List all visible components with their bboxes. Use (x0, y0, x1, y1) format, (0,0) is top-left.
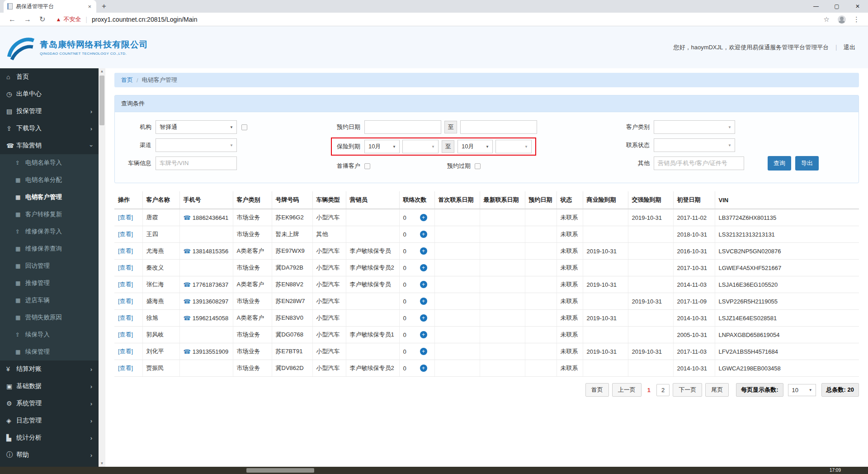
view-link[interactable]: [查看] (118, 231, 133, 237)
page-size-select[interactable]: 10 ▼ (788, 384, 816, 396)
sidebar-item[interactable]: ▦电销名单分配 (0, 171, 99, 189)
window-maximize-button[interactable]: ▢ (826, 0, 847, 13)
appoint-expired-label: 预约过期 (447, 162, 475, 170)
appoint-expired-checkbox[interactable] (475, 163, 481, 169)
grid-icon: ▦ (15, 194, 25, 200)
scroll-down-icon[interactable]: ▼ (100, 460, 104, 467)
sidebar-item[interactable]: ▦回访管理 (0, 257, 99, 275)
page-number-button[interactable]: 2 (656, 384, 670, 396)
add-contact-icon[interactable]: + (420, 231, 427, 238)
last-page-button[interactable]: 尾页 (705, 383, 729, 397)
add-contact-icon[interactable]: + (420, 348, 427, 355)
vehicle-info-input[interactable]: 车牌号/VIN (156, 156, 237, 170)
insurance-month-from-select[interactable]: 10月 ▼ (364, 140, 400, 153)
url-text[interactable]: proxy1.countnet.cn:20815/Login/Main (92, 16, 198, 23)
insurance-month-to-select[interactable]: 10月 ▼ (458, 140, 493, 153)
other-input[interactable]: 营销员/手机号/客户/证件号 (654, 156, 744, 170)
customer-type-select[interactable]: ▼ (654, 120, 735, 134)
cell-customer-type: 市场业务 (233, 226, 272, 243)
back-icon[interactable]: ← (9, 15, 16, 24)
view-link[interactable]: [查看] (118, 348, 133, 355)
view-link[interactable]: [查看] (118, 247, 133, 254)
export-button[interactable]: 导出 (795, 156, 819, 171)
view-link[interactable]: [查看] (118, 314, 133, 321)
channel-select[interactable]: ▼ (156, 138, 237, 152)
sidebar-item[interactable]: ◈日志管理› (0, 412, 99, 429)
forward-icon[interactable]: → (24, 15, 31, 24)
first-page-button[interactable]: 首页 (585, 383, 609, 397)
org-checkbox[interactable] (241, 124, 247, 130)
window-close-button[interactable]: ✕ (847, 0, 868, 13)
sidebar-item[interactable]: ⇪续保导入 (0, 326, 99, 343)
cell-register-date: 2014-11-03 (673, 276, 715, 293)
next-page-button[interactable]: 下一页 (673, 383, 702, 397)
add-contact-icon[interactable]: + (420, 247, 427, 255)
url-field[interactable]: ▲ 不安全 | proxy1.countnet.cn:20815/Login/M… (56, 15, 819, 24)
sidebar-item[interactable]: ▦电销客户管理 (0, 189, 99, 206)
browser-menu-icon[interactable]: ⋮ (853, 15, 860, 24)
view-link[interactable]: [查看] (118, 331, 133, 338)
appoint-date-from-input[interactable] (364, 120, 441, 134)
add-contact-icon[interactable]: + (420, 281, 427, 288)
add-contact-icon[interactable]: + (420, 298, 427, 305)
org-select[interactable]: 智择通 ▼ (156, 120, 237, 134)
sidebar-item[interactable]: ☎车险营销› (0, 137, 99, 154)
add-contact-icon[interactable]: + (420, 365, 427, 372)
sidebar-item[interactable]: ⇪电销名单导入 (0, 154, 99, 171)
first-call-checkbox[interactable] (364, 163, 370, 169)
sidebar-item[interactable]: ◷出单中心 (0, 85, 99, 103)
add-contact-icon[interactable]: + (420, 214, 427, 221)
column-header: 车辆类型 (312, 191, 346, 209)
sidebar-item[interactable]: ▦营销失败原因 (0, 309, 99, 326)
sidebar-item[interactable]: ¥结算对账› (0, 360, 99, 378)
logout-link[interactable]: 退出 (844, 43, 855, 52)
sidebar-item[interactable]: ▦续保管理 (0, 343, 99, 360)
sidebar-item-label: 电销名单分配 (25, 176, 92, 184)
appoint-date-to-input[interactable] (460, 120, 537, 134)
cell-plate: 苏EN28W7 (272, 293, 312, 310)
sidebar-item[interactable]: ▦维修保养查询 (0, 240, 99, 257)
security-warning-label[interactable]: 不安全 (63, 15, 81, 24)
view-link[interactable]: [查看] (118, 298, 133, 304)
sidebar-item[interactable]: ▙统计分析› (0, 429, 99, 446)
view-link[interactable]: [查看] (118, 281, 133, 288)
window-minimize-button[interactable]: — (806, 0, 826, 13)
sidebar-item[interactable]: ⇪维修保养导入 (0, 223, 99, 240)
sidebar-scrollbar[interactable]: ▲ ▼ (99, 68, 105, 467)
sidebar-item[interactable]: ▦进店车辆 (0, 292, 99, 309)
search-button[interactable]: 查询 (768, 156, 791, 171)
add-contact-icon[interactable]: + (420, 314, 427, 322)
view-link[interactable]: [查看] (118, 365, 133, 371)
sidebar-item[interactable]: ▦客户转移复新 (0, 206, 99, 223)
cell-customer-name: 唐霞 (142, 209, 179, 226)
contact-status-select[interactable]: ▼ (654, 138, 735, 152)
refresh-icon[interactable]: ↻ (39, 15, 45, 24)
cell-register-date: 2017-11-02 (673, 209, 715, 226)
view-link[interactable]: [查看] (118, 214, 133, 221)
insurance-day-from-select[interactable]: ▼ (402, 140, 439, 153)
scroll-up-icon[interactable]: ▲ (100, 68, 104, 75)
page-number-button[interactable]: 1 (645, 384, 653, 396)
add-contact-icon[interactable]: + (420, 264, 427, 271)
sidebar-item[interactable]: ▤投保管理› (0, 103, 99, 120)
horizontal-scrollbar-thumb[interactable] (246, 468, 314, 473)
breadcrumb-home-link[interactable]: 首页 (121, 76, 133, 84)
sidebar-item[interactable]: ⇪下载导入› (0, 120, 99, 137)
upload-icon: ⇪ (15, 160, 25, 166)
profile-avatar[interactable] (838, 15, 846, 24)
bookmark-star-icon[interactable]: ☆ (824, 15, 830, 24)
scrollbar-thumb[interactable] (99, 76, 104, 125)
view-link[interactable]: [查看] (118, 264, 133, 271)
sidebar-item[interactable]: ▦推修管理 (0, 275, 99, 292)
sidebar-item[interactable]: ▣基础数据› (0, 378, 99, 395)
tab-close-icon[interactable]: × (86, 3, 93, 10)
sidebar-item[interactable]: ⚙系统管理› (0, 395, 99, 412)
prev-page-button[interactable]: 上一页 (612, 383, 642, 397)
insurance-day-to-select[interactable]: ▼ (495, 140, 532, 153)
new-tab-button[interactable]: + (102, 2, 106, 11)
browser-tab[interactable]: 易保通管理平台 × (4, 0, 96, 13)
sidebar-item[interactable]: ⌂首页 (0, 68, 99, 85)
add-contact-icon[interactable]: + (420, 331, 427, 338)
security-warning-icon[interactable]: ▲ (56, 16, 61, 23)
sidebar-item[interactable]: ⓘ帮助› (0, 446, 99, 464)
